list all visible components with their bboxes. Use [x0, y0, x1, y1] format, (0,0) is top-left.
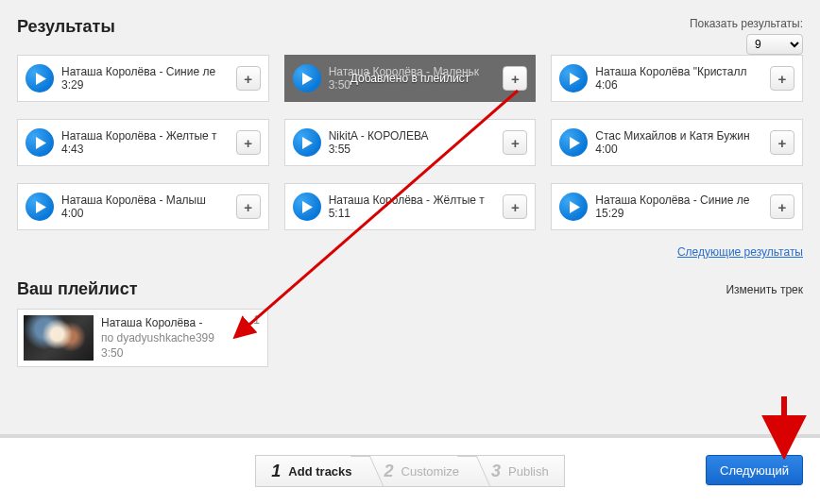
track-duration: 3:55 [329, 143, 496, 156]
track-duration: 4:06 [595, 78, 762, 92]
track-info: Наташа Королёва - Малыш4:00 [54, 193, 236, 220]
step-add-tracks[interactable]: 1Add tracks [255, 455, 367, 487]
play-icon[interactable] [293, 64, 321, 92]
track-duration: 4:43 [61, 143, 229, 156]
playlist-item[interactable]: Наташа Королёва - по dyadyushkache399 3:… [17, 309, 268, 367]
results-heading: Результаты [17, 17, 115, 37]
add-button[interactable]: + [770, 194, 794, 219]
add-button[interactable]: + [236, 66, 261, 91]
add-button[interactable]: + [770, 130, 794, 155]
track-info: Наташа Королёва "Кристалл4:06 [588, 65, 770, 92]
step-customize[interactable]: 2Customize [368, 455, 475, 487]
track-title: Наташа Королёва "Кристалл [595, 65, 762, 78]
play-icon[interactable] [26, 128, 54, 157]
track-title: Наташа Королёва - Маленьк [329, 65, 496, 78]
result-card: Наташа Королёва - Жёлтые т5:11+ [284, 183, 537, 230]
track-info: Наташа Королёва - Желтые т4:43 [54, 129, 236, 156]
step-number: 1 [271, 462, 281, 481]
playlist-item-author: по dyadyushkache399 [101, 330, 214, 345]
playlist-item-duration: 3:50 [101, 345, 214, 361]
step-label: Customize [401, 464, 459, 479]
result-card: Наташа Королёва - Маленьк3:50+Добавлено … [284, 55, 537, 102]
result-card: Наташа Королёва - Синие ле15:29+ [551, 183, 803, 230]
add-button[interactable]: + [770, 66, 794, 91]
next-results-link[interactable]: Следующие результаты [677, 245, 803, 259]
track-duration: 5:11 [329, 207, 496, 220]
track-title: NikitA - КОРОЛЕВА [329, 129, 496, 143]
footer: 1Add tracks2Customize3Publish Следующий [0, 434, 820, 504]
show-results-block: Показать результаты: 9 [690, 17, 803, 55]
show-results-select[interactable]: 9 [746, 34, 803, 55]
add-button[interactable]: + [503, 194, 527, 219]
play-icon[interactable] [559, 64, 588, 92]
play-icon[interactable] [26, 64, 54, 92]
track-title: Наташа Королёва - Синие ле [61, 65, 229, 78]
track-duration: 15:29 [595, 207, 762, 220]
track-info: Наташа Королёва - Жёлтые т5:11 [321, 193, 504, 220]
next-button[interactable]: Следующий [706, 455, 803, 485]
result-card: NikitA - КОРОЛЕВА3:55+ [284, 119, 537, 166]
add-button[interactable]: + [503, 130, 527, 155]
track-duration: 3:29 [61, 78, 229, 92]
video-thumbnail [24, 315, 94, 361]
track-title: Стас Михайлов и Катя Бужин [595, 129, 762, 143]
track-title: Наташа Королёва - Синие ле [595, 193, 762, 207]
track-info: Стас Михайлов и Катя Бужин4:00 [588, 129, 770, 156]
result-card: Наташа Королёва - Малыш4:00+ [17, 183, 269, 230]
track-title: Наташа Королёва - Малыш [61, 193, 229, 207]
track-duration: 3:50 [329, 78, 496, 92]
result-card: Наташа Королёва "Кристалл4:06+ [551, 55, 803, 102]
play-icon[interactable] [26, 193, 54, 221]
playlist-heading: Ваш плейлист [17, 279, 138, 299]
add-button[interactable]: + [236, 130, 261, 155]
add-button[interactable]: + [503, 66, 527, 91]
play-icon[interactable] [559, 193, 588, 221]
result-card: Наташа Королёва - Желтые т4:43+ [17, 119, 269, 166]
step-label: Publish [508, 464, 549, 479]
track-title: Наташа Королёва - Желтые т [61, 129, 229, 143]
track-info: NikitA - КОРОЛЕВА3:55 [321, 129, 504, 156]
play-icon[interactable] [293, 128, 321, 157]
play-icon[interactable] [559, 128, 588, 157]
playlist-item-info: Наташа Королёва - по dyadyushkache399 3:… [94, 315, 222, 361]
playlist-item-title: Наташа Королёва - [101, 315, 214, 330]
track-duration: 4:00 [595, 143, 762, 156]
add-button[interactable]: + [236, 194, 261, 219]
play-icon[interactable] [293, 193, 321, 221]
track-duration: 4:00 [61, 207, 229, 220]
step-number: 3 [491, 462, 501, 481]
result-card: Стас Михайлов и Катя Бужин4:00+ [551, 119, 803, 166]
edit-track-link[interactable]: Изменить трек [726, 283, 803, 296]
track-info: Наташа Королёва - Синие ле15:29 [588, 193, 770, 220]
results-grid: Наташа Королёва - Синие ле3:29+Наташа Ко… [17, 55, 803, 230]
track-info: Наташа Королёва - Синие ле3:29 [54, 65, 236, 92]
step-number: 2 [384, 462, 394, 481]
track-info: Наташа Королёва - Маленьк3:50 [321, 65, 504, 92]
show-results-label: Показать результаты: [690, 17, 803, 30]
wizard-steps: 1Add tracks2Customize3Publish [255, 455, 564, 487]
step-label: Add tracks [288, 464, 351, 479]
result-card: Наташа Королёва - Синие ле3:29+ [17, 55, 269, 102]
track-title: Наташа Королёва - Жёлтые т [329, 193, 496, 207]
playlist-item-index: 1 [253, 313, 260, 327]
